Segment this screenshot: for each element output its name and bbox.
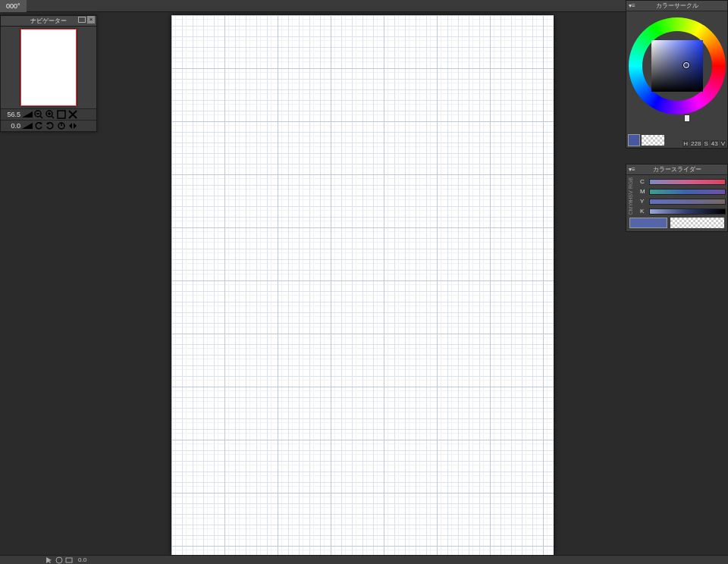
svg-line-5 (52, 116, 54, 118)
navigator-zoom-row: 56.5 (1, 108, 96, 120)
slider-color-swatch[interactable] (629, 218, 667, 228)
slider-k-track[interactable] (649, 208, 726, 215)
hsv-readout: H 228 S 43 V (682, 140, 726, 147)
slider-swatch-row (628, 218, 726, 228)
rotate-slider-icon[interactable] (22, 121, 33, 131)
color-circle-title: ▾≡ カラーサークル (626, 1, 727, 11)
color-circle-title-label: カラーサークル (656, 2, 698, 10)
slider-c-label: C (640, 178, 648, 185)
color-slider-panel: ▾≡ カラースライダー RGB HSV CMYK C M Y (626, 164, 728, 232)
slider-m-row: M (640, 186, 726, 196)
color-wheel-area (626, 11, 727, 133)
document-tab-bar: 000° (0, 0, 626, 12)
slider-k-row: K (640, 206, 726, 216)
h-value: 228 (690, 140, 701, 147)
right-panel-column: ▾≡ カラーサークル H 228 S 43 V ▾≡ カラースライダー (626, 0, 728, 564)
slider-c-track[interactable] (649, 179, 726, 185)
rotate-reset-icon[interactable] (56, 121, 67, 131)
slider-alpha-swatch[interactable] (670, 218, 724, 228)
panel-menu-icon[interactable]: ▾≡ (629, 2, 635, 9)
fit-width-icon[interactable] (67, 109, 78, 120)
panel-close-icon[interactable]: × (87, 16, 95, 24)
navigator-rotate-row: 0.0 (1, 120, 96, 131)
status-bar: 0.0 (0, 555, 728, 564)
slider-y-track[interactable] (649, 199, 726, 205)
h-label: H (682, 140, 689, 147)
slider-m-label: M (640, 188, 648, 195)
flip-horizontal-icon[interactable] (67, 121, 78, 131)
slider-c-row: C (640, 177, 726, 186)
panel-minimize-icon[interactable] (78, 17, 86, 23)
slider-k-label: K (640, 208, 648, 215)
color-slider-title-label: カラースライダー (653, 165, 701, 174)
zoom-in-icon[interactable] (45, 109, 55, 120)
navigator-panel: ナビゲーター × 56.5 0.0 (0, 15, 97, 132)
color-swatch-row: H 228 S 43 V (626, 133, 727, 148)
transparency-swatch[interactable] (642, 135, 664, 146)
status-hand-icon[interactable] (55, 556, 63, 564)
zoom-out-icon[interactable] (33, 109, 44, 120)
slider-m-track[interactable] (649, 189, 726, 195)
svg-marker-18 (46, 557, 52, 563)
svg-marker-11 (22, 123, 33, 129)
svg-line-2 (40, 116, 42, 118)
status-rect-icon[interactable] (65, 556, 73, 564)
v-value: 43 (711, 140, 719, 147)
mode-rgb[interactable]: RGB (628, 177, 641, 190)
color-mode-tabs[interactable]: RGB HSV CMYK (628, 177, 640, 215)
svg-marker-0 (22, 111, 33, 118)
canvas[interactable] (171, 15, 554, 555)
color-circle-panel: ▾≡ カラーサークル H 228 S 43 V (626, 0, 728, 149)
status-icons (46, 556, 73, 564)
mode-cmyk[interactable]: CMYK (628, 203, 641, 215)
rotate-cw-icon[interactable] (45, 121, 55, 131)
color-slider-title: ▾≡ カラースライダー (626, 164, 727, 175)
svg-marker-16 (69, 123, 72, 129)
svg-marker-17 (74, 123, 77, 129)
svg-rect-20 (66, 558, 72, 562)
panel-menu-icon[interactable]: ▾≡ (629, 166, 635, 173)
primary-color-swatch[interactable] (628, 134, 640, 146)
navigator-title-label: ナビゲーター (30, 17, 67, 25)
canvas-area (99, 12, 626, 555)
status-cursor-icon[interactable] (46, 556, 53, 564)
rotate-ccw-icon[interactable] (33, 121, 44, 131)
slider-y-label: Y (640, 198, 648, 205)
svg-rect-8 (58, 111, 65, 118)
s-label: S (703, 140, 708, 147)
sv-square[interactable] (651, 40, 703, 92)
rotation-value[interactable]: 0.0 (1, 122, 22, 130)
zoom-value[interactable]: 56.5 (1, 111, 22, 118)
navigator-title: ナビゲーター × (1, 16, 96, 27)
fit-screen-icon[interactable] (56, 109, 67, 120)
slider-body: RGB HSV CMYK C M Y K (626, 175, 727, 231)
zoom-slider-icon[interactable] (22, 109, 33, 120)
sv-cursor-icon (683, 62, 689, 68)
slider-y-row: Y (640, 196, 726, 206)
status-value: 0.0 (75, 556, 89, 563)
navigator-thumbnail[interactable] (20, 29, 77, 106)
navigator-thumbnail-area (1, 27, 96, 108)
document-tab[interactable]: 000° (0, 0, 27, 12)
svg-point-19 (56, 557, 62, 563)
v-label: V (720, 140, 726, 147)
hue-marker-icon[interactable] (684, 114, 690, 122)
